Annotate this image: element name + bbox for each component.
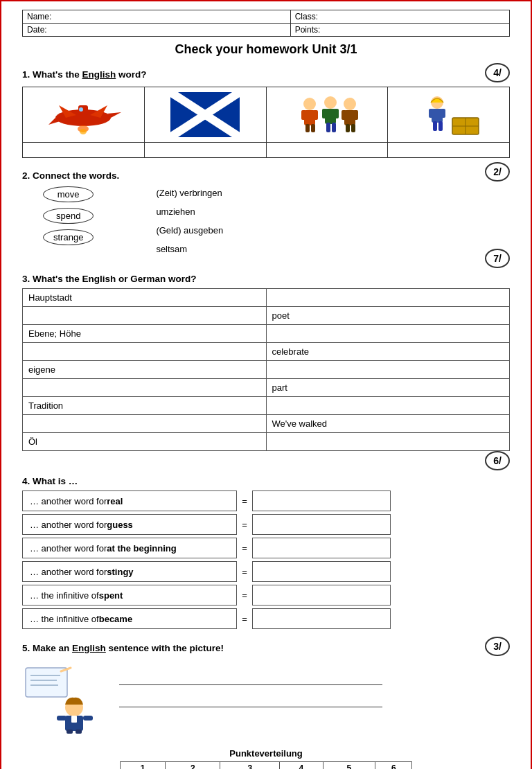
svg-rect-14: [301, 110, 306, 120]
img-cell-1: [23, 87, 145, 143]
svg-rect-15: [313, 110, 318, 120]
vocab-right-2[interactable]: [266, 325, 510, 343]
scotland-flag-svg: [170, 92, 240, 137]
whatis-q-2: … another word for at the beginning: [22, 538, 237, 558]
vocab-left-0[interactable]: Hauptstadt: [23, 289, 267, 307]
whatis-a-3[interactable]: [252, 561, 391, 582]
vocab-row-6: Tradition: [23, 397, 510, 415]
vocab-left-6[interactable]: Tradition: [23, 397, 267, 415]
points-label: Points:: [295, 25, 321, 35]
whatis-q-3: … another word for stingy: [22, 561, 237, 582]
svg-rect-27: [353, 110, 358, 120]
section5-header: 5. Make an English sentence with the pic…: [22, 643, 224, 653]
name-cell: Name:: [23, 10, 291, 24]
def-4: seltsam: [156, 244, 223, 254]
svg-point-7: [80, 129, 87, 134]
word-strange: strange: [43, 229, 94, 245]
whatis-row-5: … the infinitive of became =: [22, 608, 391, 629]
sentence-line-1[interactable]: [119, 669, 382, 685]
answer-cell-2[interactable]: [144, 143, 266, 158]
eq-0: =: [237, 496, 252, 506]
vocab-left-4[interactable]: eigene: [23, 361, 267, 379]
svg-rect-48: [71, 716, 77, 723]
svg-rect-20: [322, 109, 327, 118]
connect-words-col: move spend strange: [43, 185, 94, 254]
punkt-section: Punkteverteilung 1 2 3 4 5 6 22– 20 19.5…: [22, 748, 510, 769]
img-cell-2: [144, 87, 266, 143]
whatis-a-2[interactable]: [252, 538, 391, 558]
svg-rect-28: [346, 124, 350, 132]
answer-cell-1[interactable]: [23, 143, 145, 158]
svg-rect-17: [311, 124, 315, 132]
svg-rect-37: [433, 121, 437, 131]
svg-rect-16: [305, 124, 310, 132]
section3-header: 3. What's the English or German word?: [22, 274, 510, 284]
def-3: (Geld) ausgeben: [156, 225, 223, 236]
points-cell: Points:: [290, 24, 509, 37]
punkt-header-5: 5: [323, 762, 375, 770]
svg-rect-35: [429, 109, 434, 118]
image-dragon: [24, 90, 143, 140]
vocab-left-1[interactable]: [23, 307, 267, 325]
vocab-row-4: eigene: [23, 361, 510, 379]
vocab-right-6[interactable]: [266, 397, 510, 415]
whatis-a-4[interactable]: [252, 585, 391, 606]
section1-header: 1. What's the English word?: [22, 69, 147, 80]
section4-header: 4. What is …: [22, 476, 510, 486]
img-cell-4: [388, 87, 510, 143]
sentence-line-2[interactable]: [119, 691, 382, 707]
sentence-section: [22, 663, 510, 736]
punkt-header-1: 1: [120, 762, 166, 770]
vocab-right-0[interactable]: [266, 289, 510, 307]
punkt-table: 1 2 3 4 5 6 22– 20 19.5 – 16 15.5– 11.5 …: [120, 761, 413, 769]
whatis-a-0[interactable]: [252, 490, 391, 511]
whatis-q-4: … the infinitive of spent: [22, 585, 237, 606]
whatis-a-5[interactable]: [252, 608, 391, 629]
svg-rect-38: [438, 121, 443, 131]
vocab-row-7: We've walked: [23, 415, 510, 433]
svg-rect-50: [76, 730, 82, 734]
vocab-left-3[interactable]: [23, 343, 267, 361]
svg-rect-46: [57, 716, 66, 721]
section1-score: 4/: [485, 63, 510, 82]
vocab-right-4[interactable]: [266, 361, 510, 379]
answer-cell-3[interactable]: [266, 143, 388, 158]
header-table: Name: Class: Date: Points:: [22, 10, 510, 37]
sentence-lines: [119, 663, 510, 707]
people-svg: [289, 91, 365, 139]
page: Name: Class: Date: Points: Check your ho…: [0, 0, 532, 769]
svg-rect-23: [332, 123, 336, 132]
vocab-left-8[interactable]: Öl: [23, 433, 267, 451]
punkt-title: Punkteverteilung: [22, 748, 510, 759]
vocab-row-3: celebrate: [23, 343, 510, 361]
vocab-left-5[interactable]: [23, 379, 267, 397]
vocab-right-5[interactable]: part: [266, 379, 510, 397]
img-cell-3: [266, 87, 388, 143]
eq-1: =: [237, 520, 252, 530]
teacher-svg: [22, 664, 105, 734]
image-flag: [146, 90, 265, 140]
vocab-left-7[interactable]: [23, 415, 267, 433]
section2-score2: 7/: [485, 249, 510, 268]
whatis-q-5: … the infinitive of became: [22, 608, 237, 629]
whatis-a-1[interactable]: [252, 514, 391, 535]
sentence-image: [22, 664, 105, 736]
punkt-header-6: 6: [375, 762, 412, 770]
svg-rect-29: [351, 124, 355, 132]
def-2: umziehen: [156, 206, 223, 217]
vocab-left-2[interactable]: Ebene; Höhe: [23, 325, 267, 343]
svg-rect-22: [326, 123, 330, 132]
vocab-right-8[interactable]: [266, 433, 510, 451]
vocab-right-3[interactable]: celebrate: [266, 343, 510, 361]
whatis-row-1: … another word for guess =: [22, 514, 391, 535]
word-move: move: [43, 186, 94, 202]
whatis-section: … another word for real = … another word…: [22, 490, 510, 630]
class-label: Class:: [295, 12, 318, 21]
answer-cell-4[interactable]: [388, 143, 510, 158]
eq-3: =: [237, 567, 252, 577]
vocab-right-1[interactable]: poet: [266, 307, 510, 325]
word-spend: spend: [43, 208, 94, 224]
vocab-row-8: Öl: [23, 433, 510, 451]
vocab-right-7[interactable]: We've walked: [266, 415, 510, 433]
image-people: [268, 90, 387, 140]
